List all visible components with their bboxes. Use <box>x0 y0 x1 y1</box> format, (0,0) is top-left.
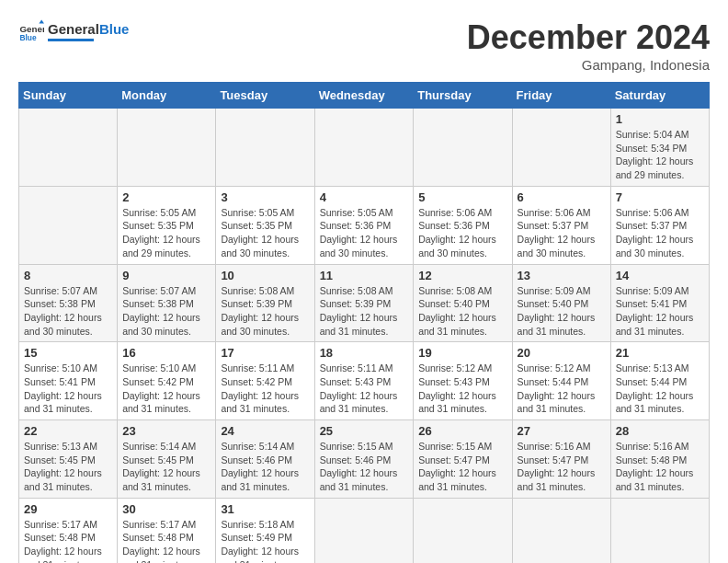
calendar-day: 7Sunrise: 5:06 AMSunset: 5:37 PMDaylight… <box>610 186 709 264</box>
calendar-day: 2Sunrise: 5:05 AMSunset: 5:35 PMDaylight… <box>118 186 216 264</box>
empty-cell <box>414 498 512 563</box>
calendar-day: 28Sunrise: 5:16 AMSunset: 5:48 PMDayligh… <box>610 420 709 499</box>
calendar-day: 29Sunrise: 5:17 AMSunset: 5:48 PMDayligh… <box>19 498 118 563</box>
header-row: SundayMondayTuesdayWednesdayThursdayFrid… <box>19 83 710 109</box>
calendar-day: 19Sunrise: 5:12 AMSunset: 5:43 PMDayligh… <box>414 342 512 420</box>
calendar-day: 22Sunrise: 5:13 AMSunset: 5:45 PMDayligh… <box>19 420 118 499</box>
calendar-table: SundayMondayTuesdayWednesdayThursdayFrid… <box>18 82 710 563</box>
empty-cell <box>512 109 610 187</box>
header-day-thursday: Thursday <box>414 83 512 109</box>
month-title: December 2024 <box>467 18 710 57</box>
calendar-day: 27Sunrise: 5:16 AMSunset: 5:47 PMDayligh… <box>512 420 610 499</box>
location: Gampang, Indonesia <box>467 57 710 73</box>
header-day-monday: Monday <box>118 83 216 109</box>
empty-cell <box>19 109 118 187</box>
calendar-day: 10Sunrise: 5:08 AMSunset: 5:39 PMDayligh… <box>216 264 314 342</box>
svg-marker-2 <box>39 19 44 23</box>
title-block: December 2024 Gampang, Indonesia <box>467 18 710 73</box>
calendar-day: 26Sunrise: 5:15 AMSunset: 5:47 PMDayligh… <box>414 420 512 499</box>
calendar-day: 20Sunrise: 5:12 AMSunset: 5:44 PMDayligh… <box>512 342 610 420</box>
empty-cell <box>19 186 118 264</box>
logo-name: GeneralBlue <box>48 21 129 38</box>
logo-icon: General Blue <box>18 18 44 44</box>
calendar-day: 5Sunrise: 5:06 AMSunset: 5:36 PMDaylight… <box>414 186 512 264</box>
calendar-day: 31Sunrise: 5:18 AMSunset: 5:49 PMDayligh… <box>216 498 314 563</box>
logo: General Blue GeneralBlue <box>18 18 129 44</box>
calendar-week: 29Sunrise: 5:17 AMSunset: 5:48 PMDayligh… <box>19 498 710 563</box>
calendar-day: 18Sunrise: 5:11 AMSunset: 5:43 PMDayligh… <box>314 342 414 420</box>
calendar-day: 4Sunrise: 5:05 AMSunset: 5:36 PMDaylight… <box>314 186 414 264</box>
calendar-day: 12Sunrise: 5:08 AMSunset: 5:40 PMDayligh… <box>414 264 512 342</box>
empty-cell <box>610 498 709 563</box>
header-day-saturday: Saturday <box>610 83 709 109</box>
calendar-day: 6Sunrise: 5:06 AMSunset: 5:37 PMDaylight… <box>512 186 610 264</box>
calendar-day: 17Sunrise: 5:11 AMSunset: 5:42 PMDayligh… <box>216 342 314 420</box>
svg-text:Blue: Blue <box>19 33 36 42</box>
calendar-day: 8Sunrise: 5:07 AMSunset: 5:38 PMDaylight… <box>19 264 118 342</box>
calendar-week: 8Sunrise: 5:07 AMSunset: 5:38 PMDaylight… <box>19 264 710 342</box>
empty-cell <box>314 498 414 563</box>
calendar-day: 3Sunrise: 5:05 AMSunset: 5:35 PMDaylight… <box>216 186 314 264</box>
header-day-sunday: Sunday <box>19 83 118 109</box>
empty-cell <box>216 109 314 187</box>
calendar-week: 15Sunrise: 5:10 AMSunset: 5:41 PMDayligh… <box>19 342 710 420</box>
calendar-day: 14Sunrise: 5:09 AMSunset: 5:41 PMDayligh… <box>610 264 709 342</box>
header-day-friday: Friday <box>512 83 610 109</box>
empty-cell <box>512 498 610 563</box>
empty-cell <box>314 109 414 187</box>
calendar-week: 2Sunrise: 5:05 AMSunset: 5:35 PMDaylight… <box>19 186 710 264</box>
empty-cell <box>414 109 512 187</box>
calendar-day: 15Sunrise: 5:10 AMSunset: 5:41 PMDayligh… <box>19 342 118 420</box>
empty-cell <box>118 109 216 187</box>
calendar-day: 23Sunrise: 5:14 AMSunset: 5:45 PMDayligh… <box>118 420 216 499</box>
calendar-day: 24Sunrise: 5:14 AMSunset: 5:46 PMDayligh… <box>216 420 314 499</box>
header-day-tuesday: Tuesday <box>216 83 314 109</box>
calendar-day: 30Sunrise: 5:17 AMSunset: 5:48 PMDayligh… <box>118 498 216 563</box>
calendar-day: 13Sunrise: 5:09 AMSunset: 5:40 PMDayligh… <box>512 264 610 342</box>
calendar-day: 9Sunrise: 5:07 AMSunset: 5:38 PMDaylight… <box>118 264 216 342</box>
calendar-day: 11Sunrise: 5:08 AMSunset: 5:39 PMDayligh… <box>314 264 414 342</box>
calendar-day: 16Sunrise: 5:10 AMSunset: 5:42 PMDayligh… <box>118 342 216 420</box>
calendar-day: 25Sunrise: 5:15 AMSunset: 5:46 PMDayligh… <box>314 420 414 499</box>
calendar-week: 22Sunrise: 5:13 AMSunset: 5:45 PMDayligh… <box>19 420 710 499</box>
calendar-day: 1Sunrise: 5:04 AMSunset: 5:34 PMDaylight… <box>610 109 709 187</box>
page-header: General Blue GeneralBlue December 2024 G… <box>18 18 710 73</box>
calendar-day: 21Sunrise: 5:13 AMSunset: 5:44 PMDayligh… <box>610 342 709 420</box>
header-day-wednesday: Wednesday <box>314 83 414 109</box>
calendar-week: 1Sunrise: 5:04 AMSunset: 5:34 PMDaylight… <box>19 109 710 187</box>
